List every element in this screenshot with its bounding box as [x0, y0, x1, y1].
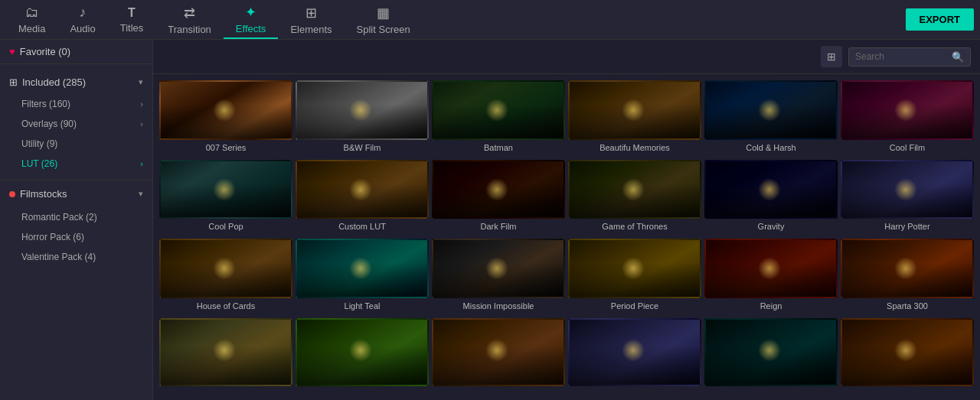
lut-arrow-icon: › — [140, 159, 143, 168]
effect-item-mission[interactable]: Mission Impossible — [432, 239, 565, 315]
nav-splitscreen[interactable]: ▦ Split Screen — [345, 0, 423, 39]
overlays-label: Overlays (90) — [21, 119, 77, 129]
sidebar-item-valentine[interactable]: Valentine Pack (4) — [0, 247, 152, 267]
effect-thumb-house — [159, 239, 292, 298]
effect-thumb-bot6 — [841, 318, 974, 387]
sidebar-item-romantic[interactable]: Romantic Pack (2) — [0, 207, 152, 227]
top-nav: 🗂 Media ♪ Audio T Titles ⇄ Transition ✦ … — [0, 0, 980, 40]
sidebar-collapse-button[interactable]: ‹ — [152, 205, 153, 236]
effect-label-mission: Mission Impossible — [432, 298, 565, 315]
elements-icon: ⊞ — [305, 5, 317, 21]
effect-thumb-007 — [159, 80, 292, 140]
effect-thumb-bot2 — [296, 318, 429, 387]
nav-titles[interactable]: T Titles — [108, 0, 156, 39]
effect-label-coolfilm: Cool Film — [841, 140, 974, 157]
effect-label-harry: Harry Potter — [841, 219, 974, 236]
effect-item-bot4[interactable] — [568, 318, 701, 395]
effect-item-sparta[interactable]: Sparta 300 — [841, 239, 974, 315]
effect-thumb-sparta — [841, 239, 974, 298]
effect-thumb-coolfilm — [841, 80, 974, 140]
effect-item-bw[interactable]: B&W Film — [296, 80, 429, 157]
sidebar-item-filters[interactable]: Filters (160) › — [0, 94, 152, 114]
favorite-label: Favorite (0) — [20, 46, 70, 57]
effect-item-period[interactable]: Period Piece — [568, 239, 701, 315]
sidebar-item-lut[interactable]: LUT (26) › — [0, 154, 152, 174]
filmstocks-label: Filmstocks — [20, 188, 67, 200]
effects-icon: ✦ — [245, 4, 256, 21]
effect-item-bot5[interactable] — [704, 318, 838, 395]
nav-elements-label: Elements — [290, 24, 332, 35]
effect-item-reign[interactable]: Reign — [704, 239, 838, 315]
favorite-button[interactable]: ♥ Favorite (0) — [0, 40, 152, 64]
effect-item-coolfilm[interactable]: Cool Film — [841, 80, 974, 157]
effect-item-lteal[interactable]: Light Teal — [296, 239, 429, 315]
nav-transition[interactable]: ⇄ Transition — [155, 0, 224, 39]
effect-thumb-bot3 — [432, 318, 565, 387]
effect-item-house[interactable]: House of Cards — [159, 239, 292, 315]
effect-item-gravity[interactable]: Gravity — [704, 160, 838, 236]
filmstocks-dot-icon — [9, 191, 15, 197]
nav-splitscreen-label: Split Screen — [357, 24, 410, 35]
heart-icon: ♥ — [9, 46, 15, 57]
nav-media[interactable]: 🗂 Media — [6, 0, 57, 39]
effect-thumb-batman — [432, 80, 565, 140]
effect-label-batman: Batman — [432, 140, 565, 157]
effect-label-beautiful: Beautifu Memories — [568, 140, 701, 157]
effect-label-bot3 — [432, 386, 565, 394]
filmstocks-header[interactable]: Filmstocks ▾ — [0, 180, 152, 207]
effect-item-got[interactable]: Game of Thrones — [568, 160, 701, 236]
grid-view-button[interactable]: ⊞ — [821, 46, 842, 67]
effect-label-coolpop: Cool Pop — [159, 219, 292, 236]
included-header[interactable]: ⊞ Included (285) ▾ — [0, 70, 152, 94]
effect-label-bot1 — [159, 386, 292, 394]
effect-label-reign: Reign — [704, 298, 838, 315]
sidebar: ♥ Favorite (0) ⊞ Included (285) ▾ Filter… — [0, 40, 153, 400]
effect-item-harry[interactable]: Harry Potter — [841, 160, 974, 236]
nav-titles-label: Titles — [120, 22, 144, 34]
effect-thumb-harry — [841, 160, 974, 220]
nav-effects[interactable]: ✦ Effects — [224, 0, 279, 39]
effect-item-custom[interactable]: Custom LUT — [296, 160, 429, 236]
effect-item-dark[interactable]: Dark Film — [432, 160, 565, 236]
effect-item-cold[interactable]: Cold & Harsh — [704, 80, 838, 157]
effect-item-beautiful[interactable]: Beautifu Memories — [568, 80, 701, 157]
effect-label-cold: Cold & Harsh — [704, 140, 838, 157]
effect-thumb-mission — [432, 239, 565, 298]
nav-elements[interactable]: ⊞ Elements — [278, 0, 344, 39]
effect-item-bot2[interactable] — [296, 318, 429, 395]
effect-thumb-bw — [296, 80, 429, 140]
effect-label-bot2 — [296, 386, 429, 394]
nav-media-label: Media — [18, 23, 45, 34]
sidebar-item-utility[interactable]: Utility (9) — [0, 134, 152, 154]
search-input[interactable] — [855, 51, 947, 62]
lut-label: LUT (26) — [21, 158, 57, 169]
effect-label-bot5 — [704, 386, 838, 394]
effect-thumb-bot1 — [159, 318, 292, 387]
valentine-label: Valentine Pack (4) — [21, 252, 96, 262]
included-label: Included (285) — [22, 76, 86, 88]
filters-arrow-icon: › — [140, 99, 143, 109]
effect-item-coolpop[interactable]: Cool Pop — [159, 160, 292, 236]
grid-dots-icon: ⊞ — [9, 76, 18, 88]
sidebar-item-horror[interactable]: Horror Pack (6) — [0, 227, 152, 247]
effect-item-bot1[interactable] — [159, 318, 292, 395]
nav-audio-label: Audio — [70, 23, 95, 34]
romantic-label: Romantic Pack (2) — [21, 212, 97, 223]
nav-audio[interactable]: ♪ Audio — [57, 0, 107, 39]
utility-label: Utility (9) — [21, 138, 57, 149]
effect-thumb-cold — [704, 80, 838, 140]
effect-label-sparta: Sparta 300 — [841, 298, 974, 315]
audio-icon: ♪ — [80, 5, 87, 21]
effect-thumb-bot5 — [704, 318, 838, 387]
effect-item-batman[interactable]: Batman — [432, 80, 565, 157]
effect-item-bot3[interactable] — [432, 318, 565, 395]
titles-icon: T — [128, 6, 136, 20]
effect-item-bot6[interactable] — [841, 318, 974, 395]
effect-label-custom: Custom LUT — [296, 219, 429, 236]
effect-label-dark: Dark Film — [432, 219, 565, 236]
effect-item-007[interactable]: 007 Series — [159, 80, 292, 157]
overlays-arrow-icon: › — [140, 119, 143, 128]
sidebar-item-overlays[interactable]: Overlays (90) › — [0, 114, 152, 134]
export-button[interactable]: EXPORT — [906, 8, 974, 31]
effect-label-got: Game of Thrones — [568, 219, 701, 236]
